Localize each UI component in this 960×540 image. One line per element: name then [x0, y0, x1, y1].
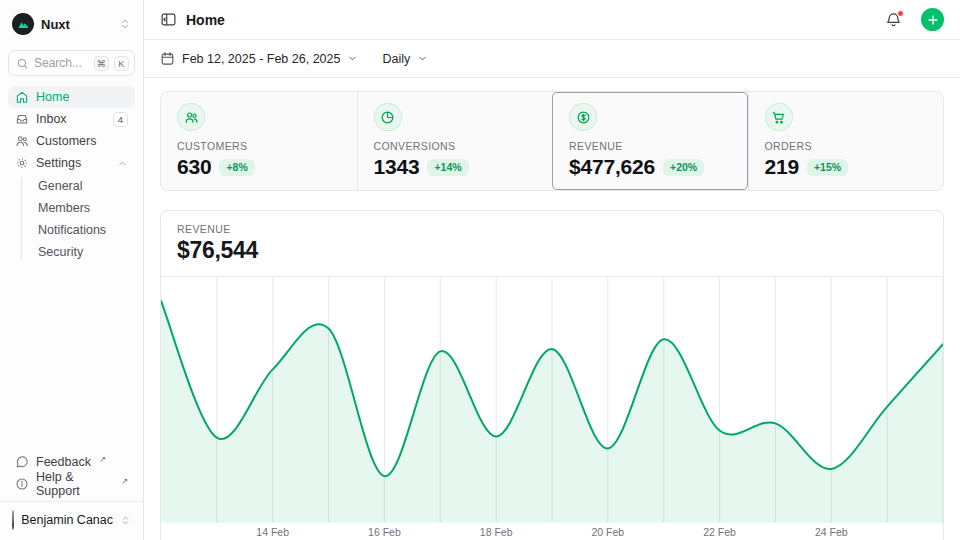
- chevron-down-icon: [347, 53, 358, 64]
- chevron-down-icon: [417, 53, 428, 64]
- pie-chart-icon: [374, 103, 402, 131]
- team-switcher[interactable]: Nuxt: [8, 8, 135, 40]
- x-axis-label: 24 Feb: [815, 526, 848, 538]
- sidebar-item-home[interactable]: Home: [8, 86, 135, 108]
- users-icon: [15, 134, 29, 148]
- settings-subnav: General Members Notifications Security: [8, 175, 135, 263]
- sidebar-nav: Home Inbox 4 Customers Settings: [8, 86, 135, 263]
- delta-badge: +20%: [663, 159, 704, 176]
- stats-row: CUSTOMERS 630 +8% CONVERSIONS 1343 +14%: [160, 91, 944, 191]
- user-menu[interactable]: Benjamin Canac: [0, 501, 143, 532]
- help-support-link[interactable]: Help & Support ↗: [8, 473, 135, 495]
- delta-badge: +14%: [427, 159, 468, 176]
- team-name: Nuxt: [41, 17, 112, 32]
- stat-label: CONVERSIONS: [374, 140, 537, 152]
- sidebar: Nuxt Search... ⌘ K Home: [0, 0, 144, 540]
- kbd-k: K: [114, 56, 129, 71]
- stat-label: ORDERS: [765, 140, 928, 152]
- stat-value: $477,626: [569, 155, 655, 179]
- search-icon: [16, 57, 29, 70]
- chart-canvas: [161, 277, 943, 523]
- sidebar-item-general[interactable]: General: [38, 175, 135, 197]
- calendar-icon: [160, 51, 175, 66]
- sidebar-item-notifications[interactable]: Notifications: [38, 219, 135, 241]
- chevron-up-down-icon: [120, 515, 131, 526]
- users-icon: [177, 103, 205, 131]
- chat-bubble-icon: [15, 455, 29, 469]
- sidebar-collapse-icon[interactable]: [160, 11, 177, 28]
- period-value: Daily: [382, 52, 410, 66]
- nuxt-logo-icon: [12, 13, 34, 35]
- x-axis-label: 18 Feb: [480, 526, 513, 538]
- external-link-icon: ↗: [121, 476, 128, 486]
- delta-badge: +15%: [807, 159, 848, 176]
- page-title: Home: [186, 12, 876, 28]
- sidebar-item-label: Home: [36, 90, 69, 104]
- sidebar-item-label: Inbox: [36, 112, 67, 126]
- revenue-area-chart: [161, 277, 943, 523]
- sidebar-item-members[interactable]: Members: [38, 197, 135, 219]
- stat-label: CUSTOMERS: [177, 140, 341, 152]
- app-window: Nuxt Search... ⌘ K Home: [0, 0, 960, 540]
- stat-label: REVENUE: [569, 140, 732, 152]
- inbox-icon: [15, 112, 29, 126]
- kbd-meta: ⌘: [94, 56, 110, 71]
- feedback-label: Feedback: [36, 455, 91, 469]
- gear-icon: [15, 156, 29, 170]
- info-circle-icon: [15, 477, 29, 491]
- sidebar-item-settings[interactable]: Settings: [8, 152, 135, 174]
- chart-value: $76,544: [177, 237, 927, 264]
- x-axis: 14 Feb 16 Feb 18 Feb 20 Feb 22 Feb 24 Fe…: [161, 523, 943, 540]
- chart-label: REVENUE: [177, 223, 927, 235]
- stat-card-orders[interactable]: ORDERS 219 +15%: [748, 92, 944, 190]
- revenue-chart-card: REVENUE $76,544 14 Feb 16 Feb 18 Feb 20 …: [160, 210, 944, 540]
- stat-card-conversions[interactable]: CONVERSIONS 1343 +14%: [357, 92, 553, 190]
- date-range-picker[interactable]: Feb 12, 2025 - Feb 26, 2025: [160, 51, 358, 66]
- user-name: Benjamin Canac: [21, 513, 113, 527]
- chevron-up-down-icon: [119, 18, 131, 30]
- stat-value: 219: [765, 155, 799, 179]
- stat-card-revenue[interactable]: REVENUE $477,626 +20%: [552, 92, 748, 190]
- notification-dot: [897, 10, 904, 17]
- avatar: [12, 510, 14, 530]
- dollar-circle-icon: [569, 103, 597, 131]
- x-axis-label: 14 Feb: [256, 526, 289, 538]
- page-content: CUSTOMERS 630 +8% CONVERSIONS 1343 +14%: [144, 78, 960, 540]
- page-header: Home: [144, 0, 960, 40]
- search-input[interactable]: Search... ⌘ K: [8, 50, 135, 76]
- delta-badge: +8%: [219, 159, 254, 176]
- inbox-count-badge: 4: [113, 112, 128, 127]
- stat-value: 630: [177, 155, 211, 179]
- chart-header: REVENUE $76,544: [161, 211, 943, 277]
- add-button[interactable]: [921, 8, 944, 31]
- sidebar-item-label: Settings: [36, 156, 81, 170]
- search-placeholder: Search...: [34, 56, 89, 70]
- x-axis-label: 20 Feb: [591, 526, 624, 538]
- period-select[interactable]: Daily: [382, 52, 428, 66]
- x-axis-label: 16 Feb: [368, 526, 401, 538]
- external-link-icon: ↗: [99, 454, 106, 464]
- home-icon: [15, 90, 29, 104]
- date-range-value: Feb 12, 2025 - Feb 26, 2025: [182, 52, 340, 66]
- sidebar-footer: Feedback ↗ Help & Support ↗ Benjamin Can…: [8, 451, 135, 532]
- help-support-label: Help & Support: [36, 470, 113, 498]
- x-axis-label: 22 Feb: [703, 526, 736, 538]
- chevron-up-icon: [117, 158, 128, 169]
- main-area: Home Feb 12, 2025 - Feb 26, 2025 Daily: [144, 0, 960, 540]
- shopping-cart-icon: [765, 103, 793, 131]
- sidebar-item-security[interactable]: Security: [38, 241, 135, 263]
- notifications-button[interactable]: [885, 11, 902, 28]
- sidebar-item-label: Customers: [36, 134, 96, 148]
- sidebar-item-customers[interactable]: Customers: [8, 130, 135, 152]
- filter-toolbar: Feb 12, 2025 - Feb 26, 2025 Daily: [144, 40, 960, 78]
- stat-card-customers[interactable]: CUSTOMERS 630 +8%: [161, 92, 357, 190]
- stat-value: 1343: [374, 155, 420, 179]
- sidebar-item-inbox[interactable]: Inbox 4: [8, 108, 135, 130]
- plus-icon: [927, 14, 939, 26]
